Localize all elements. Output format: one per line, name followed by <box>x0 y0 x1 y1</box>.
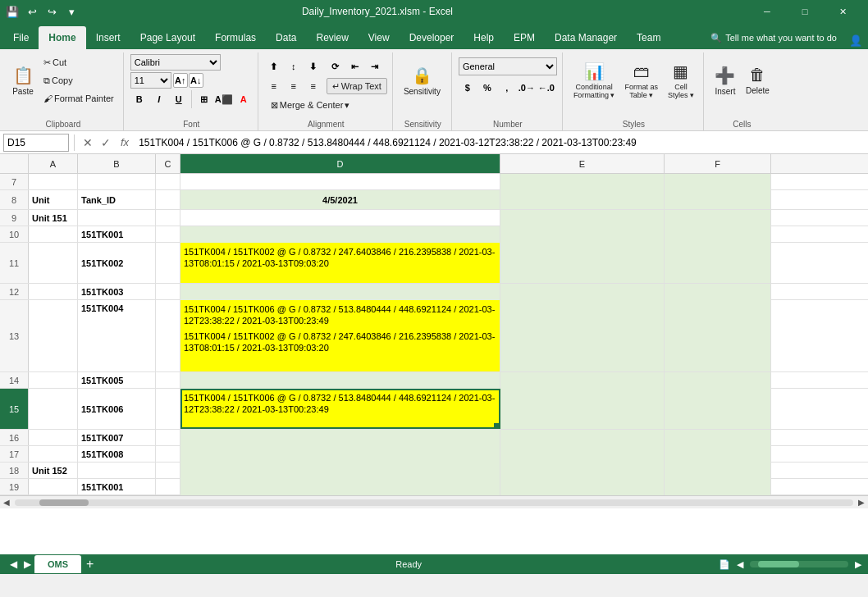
cell-F19[interactable] <box>665 479 771 495</box>
cell-F10[interactable] <box>665 226 771 243</box>
cell-F15[interactable] <box>665 389 771 429</box>
cell-C11[interactable] <box>156 243 180 283</box>
cell-D18[interactable] <box>180 463 500 479</box>
currency-button[interactable]: $ <box>459 79 477 97</box>
cell-B19[interactable]: 151TK001 <box>78 479 156 495</box>
cell-E16[interactable] <box>500 430 665 446</box>
font-color-button[interactable]: A <box>235 90 253 108</box>
tab-page-layout[interactable]: Page Layout <box>130 26 205 49</box>
font-decrease-button[interactable]: A↓ <box>189 73 203 88</box>
cell-B7[interactable] <box>78 174 156 190</box>
cell-B11[interactable]: 151TK002 <box>78 243 156 283</box>
cell-D14[interactable] <box>180 372 500 389</box>
cell-B9[interactable] <box>78 210 156 226</box>
cell-F17[interactable] <box>665 446 771 463</box>
indent-decrease-button[interactable]: ⇤ <box>346 57 364 75</box>
cell-B17[interactable]: 151TK008 <box>78 446 156 463</box>
tab-epm[interactable]: EPM <box>504 26 545 49</box>
cell-styles-button[interactable]: ▦ CellStyles ▾ <box>664 54 698 107</box>
scroll-left-button[interactable]: ◀ <box>0 496 13 509</box>
merge-center-button[interactable]: ⊠ Merge & Center ▾ <box>265 97 356 113</box>
cell-A15[interactable] <box>29 389 78 429</box>
sheet-nav-prev-button[interactable]: ◀ <box>7 558 21 570</box>
align-left-button[interactable]: ≡ <box>265 77 283 95</box>
decimal-decrease-button[interactable]: ←.0 <box>537 79 555 97</box>
cancel-formula-button[interactable]: ✕ <box>80 134 96 151</box>
conditional-formatting-button[interactable]: 📊 ConditionalFormatting ▾ <box>569 54 619 107</box>
italic-button[interactable]: I <box>150 90 168 108</box>
cell-E14[interactable] <box>500 372 665 389</box>
cell-B13[interactable]: 151TK004 <box>78 300 156 371</box>
cell-B14[interactable]: 151TK005 <box>78 372 156 389</box>
col-header-C[interactable]: C <box>156 154 180 173</box>
tab-data[interactable]: Data <box>266 26 306 49</box>
col-header-B[interactable]: B <box>78 154 156 173</box>
cell-reference-input[interactable] <box>3 134 69 152</box>
tab-developer[interactable]: Developer <box>400 26 464 49</box>
cell-C10[interactable] <box>156 226 180 243</box>
col-header-A[interactable]: A <box>29 154 78 173</box>
cell-E11[interactable] <box>500 243 665 283</box>
cell-D17[interactable] <box>180 446 500 463</box>
cell-D13[interactable]: 151TK004 / 151TK006 @ G / 0.8732 / 513.8… <box>180 300 500 371</box>
save-button[interactable]: 💾 <box>3 2 21 21</box>
bold-button[interactable]: B <box>130 90 148 108</box>
minimize-button[interactable]: ─ <box>748 0 786 23</box>
add-sheet-button[interactable]: + <box>81 557 98 572</box>
cell-E12[interactable] <box>500 284 665 300</box>
cell-A19[interactable] <box>29 479 78 495</box>
cell-E10[interactable] <box>500 226 665 243</box>
cell-C19[interactable] <box>156 479 180 495</box>
cell-C13[interactable] <box>156 300 180 371</box>
cell-F7[interactable] <box>665 174 771 190</box>
format-as-table-button[interactable]: 🗃 Format asTable ▾ <box>620 54 662 107</box>
tab-team[interactable]: Team <box>627 26 670 49</box>
cell-C9[interactable] <box>156 210 180 226</box>
tab-formulas[interactable]: Formulas <box>205 26 266 49</box>
cell-F11[interactable] <box>665 243 771 283</box>
cell-D19[interactable] <box>180 479 500 495</box>
cell-D7[interactable] <box>180 174 500 190</box>
tab-home[interactable]: Home <box>39 26 85 49</box>
cell-D9[interactable] <box>180 210 500 226</box>
format-painter-button[interactable]: 🖌 Format Painter <box>39 90 118 107</box>
cell-C8[interactable] <box>156 190 180 209</box>
cell-A17[interactable] <box>29 446 78 463</box>
cell-F13[interactable] <box>665 300 771 371</box>
scroll-right-arrow[interactable]: ▶ <box>855 559 861 570</box>
cell-D11[interactable]: 151TK004 / 151TK002 @ G / 0.8732 / 247.6… <box>180 243 500 283</box>
cell-E18[interactable] <box>500 463 665 479</box>
cell-A11[interactable] <box>29 243 78 283</box>
delete-button[interactable]: 🗑 Delete <box>742 54 774 107</box>
col-header-D[interactable]: D <box>180 154 500 173</box>
align-bottom-button[interactable]: ⬇ <box>304 57 322 75</box>
cell-D8[interactable]: 4/5/2021 <box>180 190 500 209</box>
cell-D12[interactable] <box>180 284 500 300</box>
cell-B18[interactable] <box>78 463 156 479</box>
horizontal-scrollbar[interactable]: ◀ ▶ <box>0 495 868 508</box>
font-size-select[interactable]: 11 <box>130 72 171 89</box>
cell-F16[interactable] <box>665 430 771 446</box>
sensitivity-button[interactable]: 🔒 Sensitivity <box>400 54 445 107</box>
cell-A7[interactable] <box>29 174 78 190</box>
font-name-select[interactable]: Calibri <box>130 54 221 71</box>
number-format-select[interactable]: General <box>459 57 557 75</box>
paste-button[interactable]: 📋 Paste <box>8 54 38 107</box>
cell-C17[interactable] <box>156 446 180 463</box>
cell-E15[interactable] <box>500 389 665 429</box>
cut-button[interactable]: ✂ Cut <box>39 54 118 71</box>
sheet-nav-next-button[interactable]: ▶ <box>21 558 34 570</box>
cell-F12[interactable] <box>665 284 771 300</box>
cell-A13[interactable] <box>29 300 78 371</box>
align-middle-button[interactable]: ↕ <box>285 57 303 75</box>
maximize-button[interactable]: □ <box>786 0 824 23</box>
percent-button[interactable]: % <box>478 79 496 97</box>
cell-E8[interactable] <box>500 190 665 209</box>
scroll-left-arrow[interactable]: ◀ <box>737 559 743 570</box>
cell-F9[interactable] <box>665 210 771 226</box>
cell-B16[interactable]: 151TK007 <box>78 430 156 446</box>
cell-A10[interactable] <box>29 226 78 243</box>
tab-review[interactable]: Review <box>306 26 358 49</box>
font-increase-button[interactable]: A↑ <box>173 73 188 88</box>
formula-input[interactable] <box>135 137 865 148</box>
